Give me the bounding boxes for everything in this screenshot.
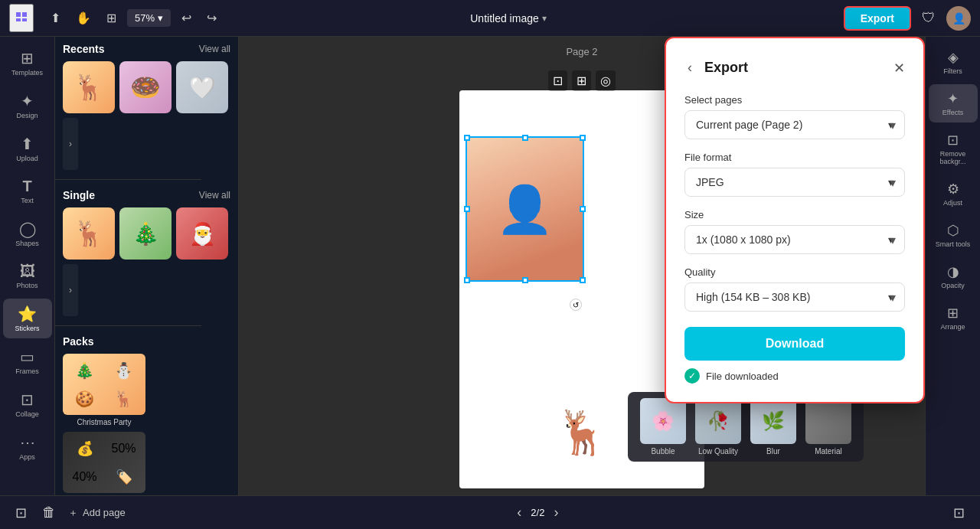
fullscreen-button[interactable]: ⊡ [950, 501, 968, 524]
check-circle-icon: ✓ [684, 368, 700, 384]
handle-tr[interactable] [580, 135, 586, 141]
sidebar-item-frames[interactable]: ▭ Frames [3, 341, 52, 381]
document-title[interactable]: Untitled image ▾ [470, 12, 547, 24]
export-back-button[interactable]: ‹ [684, 57, 695, 79]
handle-tl[interactable] [464, 135, 470, 141]
sidebar-item-apps[interactable]: ⋯ Apps [3, 427, 52, 467]
handle-mr[interactable] [580, 206, 586, 212]
single-thumb-0[interactable]: 🦌 [63, 207, 115, 260]
right-tool-opacity[interactable]: ◑ Opacity [929, 257, 978, 296]
left-panel: Recents View all 🦌 🍩 🤍 › Single View all… [55, 37, 239, 495]
packs-title: Packs [63, 335, 93, 348]
single-section: Single View all 🦌 🎄 🎅 › [55, 183, 238, 322]
recent-thumb-0[interactable]: 🦌 [63, 61, 115, 113]
handle-tm[interactable] [522, 135, 528, 141]
right-tool-filters[interactable]: ◈ Filters [929, 43, 978, 81]
chevron-down-icon: ▾ [888, 233, 893, 246]
file-format-wrapper: JPEG ▾ [684, 168, 905, 197]
select-pages-dropdown[interactable]: Current page (Page 2) ▾ [684, 110, 905, 139]
pack-0[interactable]: 🎄 ⛄ 🍪 🦌 Christmas Party [63, 354, 145, 427]
sidebar-item-shapes[interactable]: ◯ Shapes [3, 214, 52, 253]
right-tool-smart[interactable]: ⬡ Smart tools [929, 216, 978, 254]
view-tool[interactable]: ⊞ [102, 8, 121, 28]
topbar-left [9, 4, 34, 32]
pack-1[interactable]: 💰 50% 40% 🏷️ Black Friday/Cyber M... [63, 432, 145, 495]
export-button[interactable]: Export [844, 6, 911, 31]
sidebar-item-templates[interactable]: ⊞ Templates [3, 43, 52, 83]
file-format-dropdown[interactable]: JPEG ▾ [684, 168, 905, 197]
photos-icon: 🖼 [20, 263, 35, 280]
quality-dropdown[interactable]: High (154 KB – 308 KB) ▾ [684, 282, 905, 312]
selected-image[interactable]: 👤 [466, 136, 584, 282]
handle-bm[interactable] [522, 277, 528, 283]
hand-tool[interactable]: ✋ [71, 8, 96, 28]
filter-bubble[interactable]: 🌸 Bubble [640, 398, 686, 456]
filter-low-quality[interactable]: 🥀 Low Quality [695, 398, 741, 456]
single-thumb-2[interactable]: 🎅 [176, 207, 228, 260]
smart-tools-icon: ⬡ [947, 222, 959, 239]
menu-button[interactable] [9, 4, 34, 32]
page-nav: 2/2 [531, 507, 544, 518]
single-next[interactable]: › [63, 264, 78, 316]
file-format-label: File format [684, 152, 905, 163]
right-tool-remove-bg[interactable]: ⊡ Remove backgr... [929, 126, 978, 171]
recents-header: Recents View all [63, 43, 230, 55]
canvas-tool-3[interactable]: ◎ [596, 70, 616, 91]
stickers-icon: ⭐ [18, 305, 37, 323]
frames-icon: ▭ [20, 348, 34, 366]
prev-page-button[interactable]: ‹ [514, 501, 524, 524]
shapes-icon: ◯ [19, 220, 36, 238]
add-page-button[interactable]: ＋ Add page [68, 506, 126, 520]
right-tool-adjust[interactable]: ⚙ Adjust [929, 175, 978, 213]
filter-material[interactable]: Material [805, 398, 851, 456]
avatar[interactable]: 👤 [946, 6, 971, 31]
pointer-tool[interactable]: ⬆ [46, 8, 65, 28]
right-tool-effects[interactable]: ✦ Effects [929, 84, 978, 122]
export-overlay: ‹ Export ✕ Select pages Current page (Pa… [665, 37, 925, 403]
filters-icon: ◈ [948, 49, 959, 66]
canvas-tool-2[interactable]: ⊞ [572, 70, 591, 91]
single-thumbs: 🦌 🎄 🎅 › [63, 207, 230, 316]
single-view-all[interactable]: View all [199, 190, 230, 201]
size-label: Size [684, 209, 905, 220]
export-close-button[interactable]: ✕ [893, 60, 905, 77]
recents-next[interactable]: › [63, 118, 78, 170]
opacity-icon: ◑ [947, 263, 959, 280]
next-page-button[interactable]: › [550, 501, 561, 524]
recent-thumb-1[interactable]: 🍩 [119, 61, 172, 113]
filter-low-quality-label: Low Quality [698, 447, 738, 456]
bottom-left: ⊡ 🗑 ＋ Add page [12, 501, 126, 524]
handle-ml[interactable] [464, 206, 470, 212]
right-tool-arrange[interactable]: ⊞ Arrange [929, 299, 978, 337]
filter-blur[interactable]: 🌿 Blur [750, 398, 796, 456]
handle-bl[interactable] [464, 277, 470, 283]
size-dropdown[interactable]: 1x (1080 x 1080 px) ▾ [684, 225, 905, 254]
delete-page-button[interactable]: 🗑 [39, 501, 59, 524]
recents-view-all[interactable]: View all [199, 44, 230, 54]
sidebar-item-upload[interactable]: ⬆ Upload [3, 129, 52, 168]
undo-button[interactable]: ↩ [177, 8, 196, 28]
sidebar-item-stickers[interactable]: ⭐ Stickers [3, 299, 52, 338]
chevron-down-icon: ▾ [888, 176, 893, 188]
chevron-down-icon: ▾ [542, 13, 547, 24]
packs-grid: 🎄 ⛄ 🍪 🦌 Christmas Party 💰 50% [63, 354, 230, 495]
download-button[interactable]: Download [684, 327, 905, 361]
single-thumb-1[interactable]: 🎄 [119, 207, 172, 260]
shield-icon[interactable]: 🛡 [917, 7, 940, 29]
reindeer-sticker[interactable]: 🦌 [555, 407, 609, 458]
arrange-icon: ⊞ [947, 305, 959, 322]
rotate-handle[interactable]: ↺ [570, 299, 582, 311]
recents-title: Recents [63, 43, 104, 55]
copy-page-button[interactable]: ⊡ [12, 501, 30, 524]
zoom-control[interactable]: 57% ▾ [127, 9, 171, 27]
topbar: ⬆ ✋ ⊞ 57% ▾ ↩ ↪ Untitled image ▾ Export … [0, 0, 980, 37]
file-downloaded-label: File downloaded [706, 371, 779, 382]
sidebar-item-collage[interactable]: ⊡ Collage [3, 384, 52, 424]
sidebar-item-design[interactable]: ✦ Design [3, 86, 52, 126]
recent-thumb-2[interactable]: 🤍 [176, 61, 228, 113]
handle-br[interactable] [580, 277, 586, 283]
sidebar-item-text[interactable]: T Text [3, 171, 52, 211]
canvas-tool-1[interactable]: ⊡ [548, 70, 567, 91]
redo-button[interactable]: ↪ [202, 8, 221, 28]
sidebar-item-photos[interactable]: 🖼 Photos [3, 256, 52, 296]
